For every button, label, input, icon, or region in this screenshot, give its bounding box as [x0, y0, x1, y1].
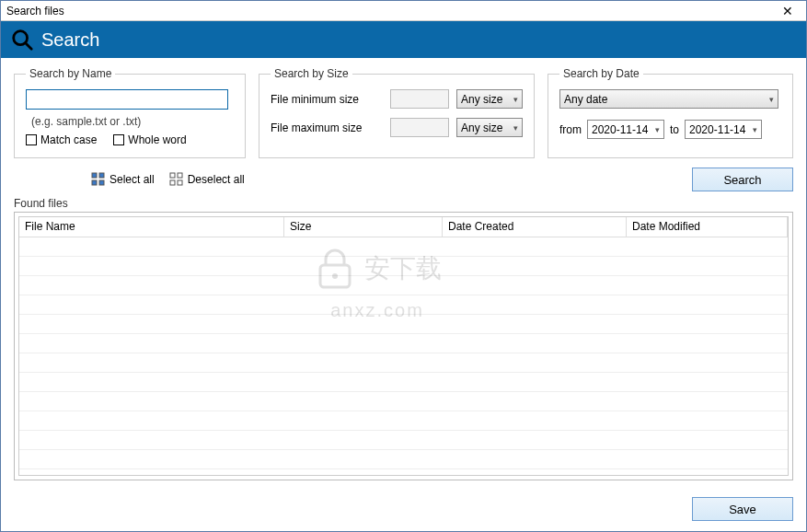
svg-rect-3 [99, 173, 104, 178]
table-row [19, 295, 788, 315]
table-row [19, 411, 788, 431]
search-by-date-group: Search by Date Any date ▾ from 2020-11-1… [548, 67, 793, 158]
col-date-created[interactable]: Date Created [443, 217, 627, 237]
search-by-size-group: Search by Size File minimum size Any siz… [259, 67, 535, 158]
deselect-all-button[interactable]: Deselect all [169, 172, 245, 187]
titlebar: Search files ✕ [1, 1, 806, 21]
table-row [19, 257, 788, 276]
select-all-label: Select all [110, 173, 155, 186]
found-files-table: File Name Size Date Created Date Modifie… [14, 212, 793, 480]
search-by-name-group: Search by Name (e.g. sample.txt or .txt)… [14, 67, 246, 158]
chevron-down-icon: ▾ [513, 123, 518, 133]
svg-rect-6 [170, 173, 175, 178]
whole-word-checkbox[interactable]: Whole word [113, 133, 186, 146]
date-from-label: from [559, 123, 582, 136]
page-title: Search [41, 29, 99, 51]
checkbox-icon [26, 134, 37, 145]
save-button[interactable]: Save [692, 497, 793, 521]
table-body[interactable] [19, 237, 788, 475]
date-mode-value: Any date [564, 93, 607, 106]
min-size-unit-select[interactable]: Any size ▾ [456, 89, 523, 109]
min-size-unit-value: Any size [461, 93, 502, 106]
chevron-down-icon: ▾ [769, 95, 774, 104]
match-case-label: Match case [40, 133, 97, 146]
table-row [19, 315, 788, 334]
name-hint: (e.g. sample.txt or .txt) [31, 115, 234, 128]
match-case-checkbox[interactable]: Match case [26, 133, 97, 146]
svg-rect-2 [92, 173, 97, 178]
search-icon [10, 28, 34, 52]
col-size[interactable]: Size [284, 217, 443, 237]
max-size-unit-value: Any size [461, 121, 502, 134]
max-size-input[interactable] [390, 118, 449, 137]
chevron-down-icon: ▾ [753, 125, 757, 134]
svg-rect-9 [178, 180, 182, 185]
svg-line-1 [26, 43, 32, 50]
svg-rect-4 [92, 180, 97, 185]
table-row [19, 450, 788, 469]
max-size-label: File maximum size [271, 121, 383, 134]
search-button[interactable]: Search [692, 168, 793, 191]
date-to-input[interactable]: 2020-11-14 ▾ [685, 120, 762, 139]
min-size-label: File minimum size [271, 93, 383, 106]
deselect-all-icon [169, 172, 184, 187]
chevron-down-icon: ▾ [655, 125, 660, 134]
found-files-label: Found files [14, 197, 793, 210]
table-row [19, 276, 788, 295]
search-by-name-legend: Search by Name [26, 67, 115, 80]
table-row [19, 373, 788, 392]
min-size-input[interactable] [390, 89, 449, 109]
window-title: Search files [6, 5, 64, 17]
checkbox-icon [113, 134, 124, 145]
date-from-input[interactable]: 2020-11-14 ▾ [587, 120, 664, 139]
table-row [19, 353, 788, 373]
svg-rect-7 [178, 173, 182, 178]
select-all-icon [91, 172, 106, 187]
svg-rect-5 [99, 180, 104, 185]
search-by-size-legend: Search by Size [271, 67, 352, 80]
table-row [19, 334, 788, 353]
date-from-value: 2020-11-14 [592, 123, 648, 136]
table-row [19, 392, 788, 411]
whole-word-label: Whole word [128, 133, 186, 146]
table-row [19, 431, 788, 450]
select-all-button[interactable]: Select all [91, 172, 155, 187]
name-input[interactable] [26, 89, 228, 110]
date-mode-select[interactable]: Any date ▾ [559, 89, 778, 109]
col-date-modified[interactable]: Date Modified [627, 217, 788, 237]
header: Search [1, 21, 806, 58]
search-by-date-legend: Search by Date [559, 67, 643, 80]
date-to-value: 2020-11-14 [689, 123, 745, 136]
table-row [19, 237, 788, 257]
svg-rect-8 [170, 180, 175, 185]
chevron-down-icon: ▾ [513, 95, 518, 104]
col-file-name[interactable]: File Name [19, 217, 284, 237]
close-icon[interactable]: ✕ [775, 4, 801, 18]
date-to-label: to [670, 123, 679, 136]
max-size-unit-select[interactable]: Any size ▾ [456, 118, 523, 137]
deselect-all-label: Deselect all [188, 173, 245, 186]
table-header: File Name Size Date Created Date Modifie… [19, 217, 788, 237]
